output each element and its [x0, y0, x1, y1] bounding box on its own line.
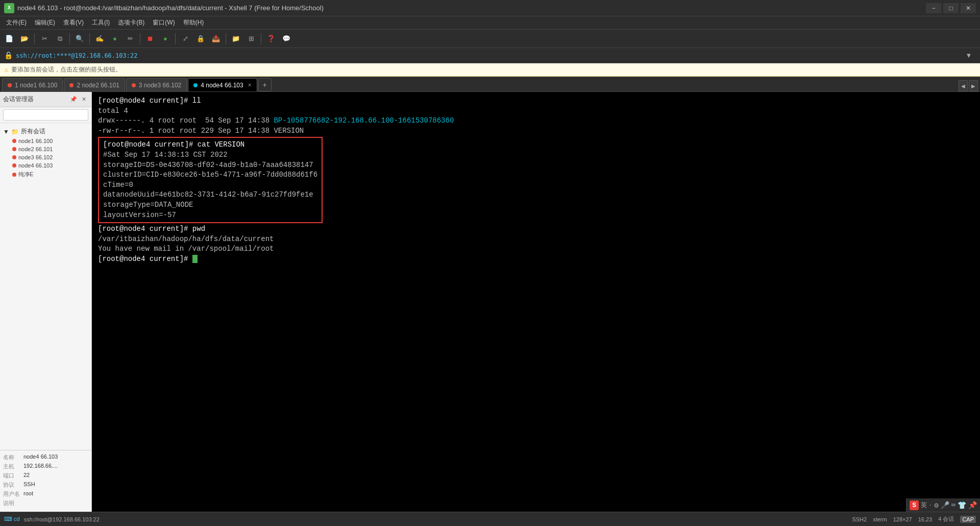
- tree-node-node1[interactable]: node1 66.100: [10, 137, 88, 145]
- tray-mic-icon[interactable]: 🎤: [941, 501, 949, 510]
- record-button[interactable]: ●: [158, 32, 173, 46]
- tray-lang: 英: [921, 501, 927, 510]
- status-left: ⌨ cd ssh://root@192.168.66.103:22: [4, 516, 100, 522]
- node-status-dot-2: [12, 147, 16, 151]
- open-button[interactable]: 📂: [17, 32, 32, 46]
- new-session-button[interactable]: 📄: [2, 32, 16, 46]
- tab-node1[interactable]: 1 node1 66.100: [2, 78, 63, 91]
- status-bar: ⌨ cd ssh://root@192.168.66.103:22 SSH2 x…: [0, 512, 980, 526]
- tree-node-node2[interactable]: node2 66.101: [10, 145, 88, 153]
- prompt-pwd: [root@node4 current]#: [98, 225, 192, 233]
- menu-file[interactable]: 文件(E): [2, 17, 31, 28]
- terminal-line-pwd-output: /var/itbaizhan/hadoop/ha/dfs/data/curren…: [98, 234, 974, 245]
- terminal-line-2: total 4: [98, 106, 974, 116]
- tree-group-label[interactable]: ▼ 📁 所有会话: [3, 126, 88, 137]
- tab-nav-right-button[interactable]: ▶: [969, 80, 978, 91]
- tree-node-label-4: node4 66.103: [18, 162, 53, 169]
- boxed-line-2: #Sat Sep 17 14:38:13 CST 2022: [103, 150, 317, 160]
- toolbar: 📄 📂 ✂ ⧉ 🔍 ✍ ● ✏ ⏹ ● ⤢ 🔒 📤 📁 ⊞ ❓ 💬: [0, 30, 980, 48]
- info-value-name: node4 66.103: [23, 453, 58, 461]
- info-row-user: 用户名 root: [3, 490, 88, 498]
- status-cap: CAP: [960, 516, 976, 523]
- menu-view[interactable]: 查看(V): [59, 17, 88, 28]
- tab-close-button[interactable]: ✕: [248, 82, 252, 88]
- tray-shirt-icon[interactable]: 👕: [958, 501, 966, 510]
- sidebar-pin-button[interactable]: 📌: [69, 95, 78, 104]
- transfer-button[interactable]: 📤: [209, 32, 223, 46]
- node-status-dot-4: [12, 163, 16, 168]
- address-text: ssh://root:****@192.168.66.103:22: [16, 52, 137, 59]
- folder-button[interactable]: 📁: [229, 32, 243, 46]
- tray-pin-icon2[interactable]: 📌: [968, 501, 977, 510]
- boxed-layoutversion: layoutVersion=-57: [103, 211, 176, 219]
- toolbar-separator-4: [140, 33, 140, 44]
- tray-s-icon: S: [910, 500, 919, 510]
- tab-node4[interactable]: 4 node4 66.103 ✕: [188, 78, 257, 91]
- help-toolbar-button[interactable]: ❓: [264, 32, 278, 46]
- tree-group-all: ▼ 📁 所有会话 node1 66.100 node2 66.101: [0, 125, 91, 180]
- toolbar-separator-5: [175, 33, 176, 44]
- copy-button[interactable]: ⧉: [53, 32, 67, 46]
- terminal-line-prompt-cursor: [root@node4 current]#: [98, 254, 974, 265]
- pencil-button[interactable]: ✏: [123, 32, 137, 46]
- tab-node2[interactable]: 2 node2 66.101: [64, 78, 125, 91]
- boxed-line-6: datanodeUuid=4e61bc82-3731-4142-b6a7-91c…: [103, 190, 317, 200]
- close-button[interactable]: ✕: [961, 3, 976, 13]
- tab-nav-left-button[interactable]: ◀: [959, 80, 968, 91]
- info-label-name: 名称: [3, 453, 21, 461]
- tree-node-node4[interactable]: node4 66.103: [10, 161, 88, 170]
- maximize-button[interactable]: □: [943, 3, 959, 13]
- title-text: node4 66.103 - root@node4:/var/itbaizhan…: [17, 4, 324, 12]
- menu-edit[interactable]: 编辑(E): [31, 17, 59, 28]
- menu-tabs[interactable]: 选项卡(B): [114, 17, 149, 28]
- tree-expand-icon: ▼: [3, 128, 9, 135]
- terminal-container[interactable]: [root@node4 current]# ll total 4 drwx---…: [92, 92, 980, 512]
- sidebar-close-button[interactable]: ✕: [79, 95, 88, 104]
- status-sessions: 4 会话: [938, 515, 954, 523]
- tree-node-pure[interactable]: 纯净E: [10, 170, 88, 179]
- status-cd-label[interactable]: ⌨ cd: [4, 516, 20, 522]
- tree-node-node3[interactable]: node3 66.102: [10, 153, 88, 161]
- grid-button[interactable]: ⊞: [244, 32, 258, 46]
- toolbar-separator-7: [261, 33, 261, 44]
- terminal-line-1: [root@node4 current]# ll: [98, 96, 974, 106]
- cut-button[interactable]: ✂: [37, 32, 52, 46]
- app-icon: X: [4, 3, 14, 13]
- address-dropdown-button[interactable]: ▼: [962, 49, 976, 63]
- search-button[interactable]: 🔍: [72, 32, 87, 46]
- tray-keyboard-icon[interactable]: ⌨: [951, 501, 955, 510]
- tab-indicator-2: [69, 83, 74, 87]
- toolbar-separator-1: [34, 33, 35, 44]
- system-tray: S 英 · ⚙ 🎤 ⌨ 👕 📌: [906, 498, 980, 512]
- warning-icon: ⚠: [4, 65, 8, 74]
- info-label-protocol: 协议: [3, 481, 21, 489]
- sidebar-icons: 📌 ✕: [69, 95, 88, 104]
- stop-button[interactable]: ⏹: [143, 32, 157, 46]
- status-size: 128×27: [893, 516, 912, 522]
- tray-settings-icon[interactable]: ⚙: [934, 501, 938, 510]
- chat-button[interactable]: 💬: [279, 32, 293, 46]
- add-tab-button[interactable]: +: [258, 78, 272, 91]
- status-xterm: xterm: [873, 516, 887, 522]
- tab-node3[interactable]: 3 node3 66.102: [126, 78, 187, 91]
- node-status-dot-5: [12, 173, 16, 177]
- boxed-line-5: cTime=0: [103, 180, 317, 190]
- tree-node-label-5: 纯净E: [18, 171, 33, 178]
- output-mail: You have new mail in /var/spool/mail/roo…: [98, 245, 274, 253]
- menu-bar: 文件(E) 编辑(E) 查看(V) 工具(I) 选项卡(B) 窗口(W) 帮助(…: [0, 16, 980, 30]
- output-total: total 4: [98, 107, 128, 115]
- green-button[interactable]: ●: [108, 32, 122, 46]
- boxed-line-1: [root@node4 current]# cat VERSION: [103, 140, 317, 150]
- sidebar-search-input[interactable]: [3, 109, 88, 121]
- menu-help[interactable]: 帮助(H): [179, 17, 208, 28]
- menu-tools[interactable]: 工具(I): [88, 17, 114, 28]
- compose-button[interactable]: ✍: [92, 32, 107, 46]
- lock-button[interactable]: 🔒: [193, 32, 208, 46]
- minimize-button[interactable]: −: [926, 3, 941, 13]
- tree-node-label-3: node3 66.102: [18, 154, 53, 160]
- boxed-line-3: storageID=DS-0e436708-df02-4ad9-b1a0-7aa…: [103, 160, 317, 171]
- title-bar: X node4 66.103 - root@node4:/var/itbaizh…: [0, 0, 980, 16]
- expand-button[interactable]: ⤢: [178, 32, 192, 46]
- menu-window[interactable]: 窗口(W): [149, 17, 179, 28]
- output-pwd: /var/itbaizhan/hadoop/ha/dfs/data/curren…: [98, 235, 274, 243]
